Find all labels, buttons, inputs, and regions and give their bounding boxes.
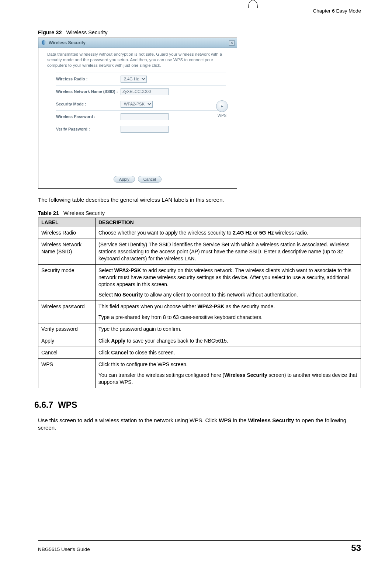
row-desc: Select WPA2-PSK to add security on this … xyxy=(96,264,361,301)
row-desc: (Service Set IDentity) The SSID identifi… xyxy=(96,239,361,265)
row-desc: Click Cancel to close this screen. xyxy=(96,347,361,358)
table-row: Verify password Type the password again … xyxy=(38,323,361,335)
table-title: Wireless Security xyxy=(63,210,105,216)
wireless-security-dialog: Wireless Security ✕ Data transmitted wir… xyxy=(38,38,237,189)
wps-arrow-icon: ▸ xyxy=(216,100,228,112)
verify-password-label: Verify Password : xyxy=(56,127,121,131)
row-label: Wireless password xyxy=(38,301,96,323)
footer-guide-name: NBG5615 User's Guide xyxy=(38,547,90,552)
wireless-security-table: LABEL DESCRIPTION Wireless Radio Choose … xyxy=(38,218,361,388)
footer-page-number: 53 xyxy=(351,543,361,553)
shield-icon xyxy=(41,40,46,46)
table-caption: Table 21 Wireless Security xyxy=(38,210,361,216)
row-label: Cancel xyxy=(38,347,96,358)
security-mode-select[interactable]: WPA2-PSK xyxy=(121,101,153,108)
apply-button[interactable]: Apply xyxy=(114,176,135,183)
table-row: Wireless Network Name (SSID) (Service Se… xyxy=(38,239,361,265)
verify-password-input[interactable] xyxy=(121,126,169,133)
chapter-title: Chapter 6 Easy Mode xyxy=(313,8,361,14)
row-desc: Click Apply to save your changes back to… xyxy=(96,335,361,347)
wps-button[interactable]: ▸ WPS xyxy=(214,100,230,118)
row-label: Verify password xyxy=(38,323,96,335)
ssid-label: Wireless Network Name (SSID) : xyxy=(56,89,121,94)
row-desc: Type the password again to confirm. xyxy=(96,323,361,335)
section-paragraph: Use this screen to add a wireless statio… xyxy=(38,417,361,432)
section-number: 6.6.7 xyxy=(34,400,53,410)
ssid-input[interactable] xyxy=(121,88,169,95)
row-label: Wireless Radio xyxy=(38,227,96,239)
section-title: WPS xyxy=(58,400,77,410)
table-header-description: DESCRIPTION xyxy=(96,218,361,227)
table-row: Wireless password This field appears whe… xyxy=(38,301,361,323)
figure-title: Wireless Security xyxy=(66,30,108,35)
close-icon[interactable]: ✕ xyxy=(229,40,235,46)
row-desc: Click this to configure the WPS screen. … xyxy=(96,358,361,388)
table-row: Security mode Select WPA2-PSK to add sec… xyxy=(38,264,361,301)
row-desc: Choose whether you want to apply the wir… xyxy=(96,227,361,239)
table-header-label: LABEL xyxy=(38,218,96,227)
wireless-password-label: Wireless Password : xyxy=(56,114,121,119)
table-label: Table 21 xyxy=(38,210,59,216)
table-row: WPS Click this to configure the WPS scre… xyxy=(38,358,361,388)
table-row: Cancel Click Cancel to close this screen… xyxy=(38,347,361,358)
table-intro-paragraph: The following table describes the genera… xyxy=(38,196,361,204)
dialog-title: Wireless Security xyxy=(49,40,229,45)
row-label: WPS xyxy=(38,358,96,388)
dialog-header: Wireless Security ✕ xyxy=(38,38,237,48)
section-heading: 6.6.7 WPS xyxy=(34,400,361,410)
row-label: Wireless Network Name (SSID) xyxy=(38,239,96,265)
table-row: Apply Click Apply to save your changes b… xyxy=(38,335,361,347)
table-row: Wireless Radio Choose whether you want t… xyxy=(38,227,361,239)
wireless-radio-label: Wireless Radio : xyxy=(56,77,121,81)
row-desc: This field appears when you choose withe… xyxy=(96,301,361,323)
row-label: Apply xyxy=(38,335,96,347)
wireless-radio-select[interactable]: 2.4G Hz xyxy=(121,76,147,83)
figure-label: Figure 32 xyxy=(38,30,62,35)
dialog-intro-text: Data transmitted wirelessly without encr… xyxy=(47,52,230,68)
cancel-button[interactable]: Cancel xyxy=(138,176,162,183)
row-label: Security mode xyxy=(38,264,96,301)
wps-label: WPS xyxy=(214,113,230,118)
wireless-password-input[interactable] xyxy=(121,113,169,120)
security-mode-label: Security Mode : xyxy=(56,102,121,106)
figure-caption: Figure 32 Wireless Security xyxy=(38,30,361,35)
